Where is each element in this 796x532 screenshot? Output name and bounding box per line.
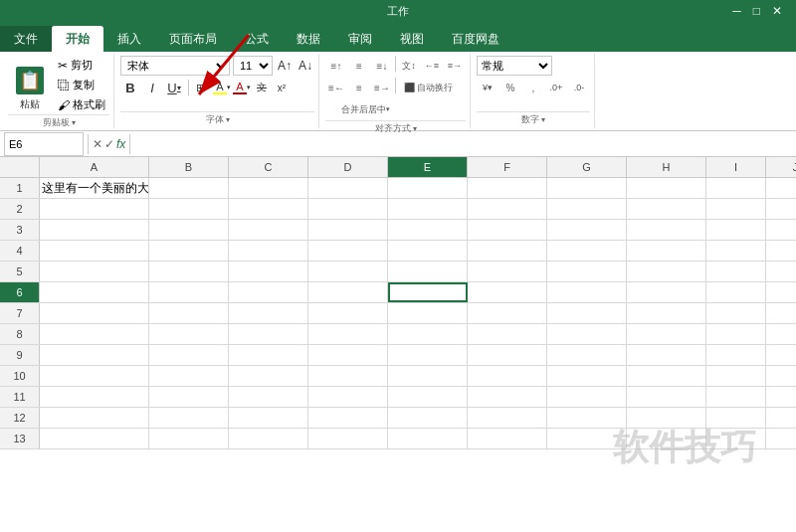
col-header-j[interactable]: J (766, 157, 796, 177)
cell-a3[interactable] (40, 220, 149, 240)
cell-h10[interactable] (627, 366, 706, 386)
cancel-icon[interactable]: ✕ (93, 137, 102, 151)
cell-d1[interactable] (308, 178, 388, 198)
cell-g10[interactable] (547, 366, 627, 386)
cell-f12[interactable] (468, 408, 547, 428)
cell-c11[interactable] (229, 387, 308, 407)
cell-c6[interactable] (229, 282, 308, 302)
tab-formula[interactable]: 公式 (231, 26, 283, 52)
cell-e12[interactable] (388, 408, 468, 428)
border-button[interactable]: ⊞▾ (193, 79, 211, 96)
cell-b6[interactable] (149, 282, 229, 302)
cell-e13[interactable] (388, 429, 468, 448)
font-color-button[interactable]: A ▾ (233, 79, 251, 96)
cell-a7[interactable] (40, 303, 149, 323)
window-close[interactable]: ✕ (772, 4, 782, 18)
cell-b9[interactable] (149, 345, 229, 365)
row-num-10[interactable]: 10 (0, 366, 40, 386)
cell-e3[interactable] (388, 220, 468, 240)
cell-c7[interactable] (229, 303, 308, 323)
cell-h5[interactable] (627, 262, 706, 281)
cell-j4[interactable] (766, 241, 796, 261)
cell-d11[interactable] (308, 387, 388, 407)
cell-h12[interactable] (627, 408, 706, 428)
cell-f7[interactable] (468, 303, 547, 323)
cell-a8[interactable] (40, 324, 149, 344)
cell-e7[interactable] (388, 303, 468, 323)
cell-i10[interactable] (706, 366, 766, 386)
cell-b8[interactable] (149, 324, 229, 344)
cell-g11[interactable] (547, 387, 627, 407)
cell-e8[interactable] (388, 324, 468, 344)
tab-data[interactable]: 数据 (283, 26, 334, 52)
cell-f8[interactable] (468, 324, 547, 344)
underline-button[interactable]: U ▾ (164, 78, 184, 97)
col-header-b[interactable]: B (149, 157, 229, 177)
cell-b2[interactable] (149, 199, 229, 219)
row-num-11[interactable]: 11 (0, 387, 40, 407)
cell-c12[interactable] (229, 408, 308, 428)
col-header-h[interactable]: H (627, 157, 706, 177)
row-num-13[interactable]: 13 (0, 429, 40, 448)
align-left-button[interactable]: ≡← (325, 78, 347, 97)
accounting-format-button[interactable]: ¥▾ (477, 78, 498, 97)
cell-a1[interactable]: 这里有一个美丽的大姑娘 (40, 178, 149, 198)
font-increase-button[interactable]: A↑ (276, 57, 294, 75)
cell-a11[interactable] (40, 387, 149, 407)
cell-a6[interactable] (40, 282, 149, 302)
cell-a9[interactable] (40, 345, 149, 365)
cell-g5[interactable] (547, 262, 627, 281)
cell-d8[interactable] (308, 324, 388, 344)
cell-i1[interactable] (706, 178, 766, 198)
align-right-button[interactable]: ≡→ (371, 78, 393, 97)
cell-d2[interactable] (308, 199, 388, 219)
cell-f6[interactable] (468, 282, 547, 302)
cell-i11[interactable] (706, 387, 766, 407)
row-num-8[interactable]: 8 (0, 324, 40, 344)
col-header-c[interactable]: C (229, 157, 308, 177)
col-header-i[interactable]: I (706, 157, 766, 177)
cell-a4[interactable] (40, 241, 149, 261)
cell-i8[interactable] (706, 324, 766, 344)
cell-b13[interactable] (149, 429, 229, 448)
cell-i6[interactable] (706, 282, 766, 302)
cell-f2[interactable] (468, 199, 547, 219)
cell-a2[interactable] (40, 199, 149, 219)
superscript-button[interactable]: x² (273, 79, 291, 96)
cell-a5[interactable] (40, 262, 149, 281)
cell-b10[interactable] (149, 366, 229, 386)
cell-d13[interactable] (308, 429, 388, 448)
cell-h1[interactable] (627, 178, 706, 198)
cell-f3[interactable] (468, 220, 547, 240)
cell-i3[interactable] (706, 220, 766, 240)
row-num-3[interactable]: 3 (0, 220, 40, 240)
cell-d3[interactable] (308, 220, 388, 240)
cell-f1[interactable] (468, 178, 547, 198)
cell-f11[interactable] (468, 387, 547, 407)
window-minimize[interactable]: ─ (732, 4, 741, 18)
cell-j7[interactable] (766, 303, 796, 323)
wrap-text-button[interactable]: ⬛ 自动换行 (398, 78, 458, 97)
italic-button[interactable]: I (142, 78, 162, 97)
cell-h3[interactable] (627, 220, 706, 240)
row-num-4[interactable]: 4 (0, 241, 40, 261)
cell-i13[interactable] (706, 429, 766, 448)
cell-c2[interactable] (229, 199, 308, 219)
cell-j2[interactable] (766, 199, 796, 219)
col-header-d[interactable]: D (308, 157, 388, 177)
cell-b11[interactable] (149, 387, 229, 407)
cell-h13[interactable] (627, 429, 706, 448)
window-maximize[interactable]: □ (753, 4, 760, 18)
indent-decrease-button[interactable]: ←≡ (421, 56, 443, 76)
cell-b12[interactable] (149, 408, 229, 428)
tab-home[interactable]: 开始 (52, 26, 103, 52)
confirm-icon[interactable]: ✓ (104, 137, 114, 151)
cell-h11[interactable] (627, 387, 706, 407)
cell-f4[interactable] (468, 241, 547, 261)
cell-b5[interactable] (149, 262, 229, 281)
cell-c8[interactable] (229, 324, 308, 344)
cell-d4[interactable] (308, 241, 388, 261)
cell-f9[interactable] (468, 345, 547, 365)
cell-d6[interactable] (308, 282, 388, 302)
cell-e4[interactable] (388, 241, 468, 261)
